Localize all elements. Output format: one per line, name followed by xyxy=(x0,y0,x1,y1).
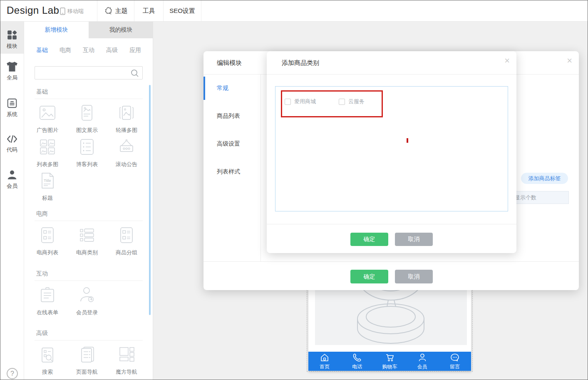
subtab-basic[interactable]: 基础 xyxy=(36,47,48,54)
ecom-list-icon xyxy=(38,227,57,243)
module-item-title[interactable]: Title 标题 xyxy=(29,172,66,202)
display-count-field[interactable]: 显示个数 xyxy=(511,191,569,204)
rail-item-label: 模块 xyxy=(0,42,24,50)
close-icon[interactable]: × xyxy=(504,56,510,65)
left-rail: 模块 全局 系统 代码 会员 xyxy=(0,22,24,380)
add-category-modal: 添加商品类别 × 爱用商城 云服务 确定 取消 xyxy=(267,51,516,253)
tab-my-modules[interactable]: 我的模块 xyxy=(89,22,153,38)
tab-general[interactable]: 常规 xyxy=(203,74,261,102)
rail-item-label: 全局 xyxy=(0,74,24,82)
nav-label: 电话 xyxy=(352,363,362,370)
confirm-button[interactable]: 确定 xyxy=(350,270,388,283)
module-item-label: 商品分组 xyxy=(116,249,137,256)
cancel-button[interactable]: 取消 xyxy=(395,270,433,283)
modal-header-divider xyxy=(267,74,516,75)
module-item-scroll-notice[interactable]: 滚动公告 xyxy=(108,139,145,168)
module-item-label: 魔方导航 xyxy=(116,368,137,376)
module-subtabs: 基础 电商 互动 高级 应用 xyxy=(36,47,141,54)
nav-label: 会员 xyxy=(417,363,427,370)
module-item-text-image[interactable]: 图文展示 xyxy=(68,104,106,134)
device-mode-label: 移动端 xyxy=(67,7,84,15)
section-title-interactive: 互动 xyxy=(36,270,48,278)
nav-member[interactable]: 会员 xyxy=(406,352,439,371)
search-module-icon xyxy=(38,346,57,363)
tab-list-style[interactable]: 列表样式 xyxy=(203,158,261,186)
panel-scrollbar[interactable] xyxy=(149,85,151,315)
modules-grid-icon xyxy=(7,30,17,40)
module-item-ecom-list[interactable]: 电商列表 xyxy=(29,227,66,256)
menu-seo[interactable]: SEO设置 xyxy=(164,0,201,21)
subtab-advanced[interactable]: 高级 xyxy=(106,47,118,54)
mobile-device-icon xyxy=(60,7,65,15)
multi-image-list-icon xyxy=(38,139,57,155)
annotation-tick xyxy=(407,138,408,143)
close-icon[interactable]: × xyxy=(567,56,572,65)
module-item-search[interactable]: 搜索 xyxy=(29,346,66,376)
cube-nav-icon xyxy=(117,346,136,363)
module-item-ecom-category[interactable]: 电商类别 xyxy=(68,227,106,256)
module-item-ad-image[interactable]: 广告图片 xyxy=(29,104,66,134)
ad-image-icon xyxy=(38,104,57,121)
home-icon xyxy=(320,353,330,363)
menu-theme-label: 主题 xyxy=(115,7,128,15)
rail-item-code[interactable]: 代码 xyxy=(0,134,24,163)
mobile-bottom-nav: 首页 电话 购物车 会员 留言 xyxy=(308,352,471,371)
rail-item-member[interactable]: 会员 xyxy=(0,169,24,199)
cancel-button[interactable]: 取消 xyxy=(395,233,433,246)
rail-item-modules[interactable]: 模块 xyxy=(0,22,24,54)
section-divider xyxy=(35,221,143,221)
section-title-ecom: 电商 xyxy=(36,210,48,218)
scroll-notice-icon xyxy=(117,139,136,155)
person-icon xyxy=(417,353,427,363)
rail-item-system[interactable]: 系统 xyxy=(0,98,24,127)
title-icon: Title xyxy=(38,172,57,189)
search-icon[interactable] xyxy=(130,69,139,78)
menu-theme[interactable]: 主题 xyxy=(97,0,134,21)
module-item-page-nav[interactable]: 页面导航 xyxy=(68,346,106,376)
subtab-apps[interactable]: 应用 xyxy=(129,47,141,54)
module-item-product-group[interactable]: 商品分组 xyxy=(108,227,145,256)
tab-new-modules[interactable]: 新增模块 xyxy=(24,22,89,38)
module-item-label: 在线表单 xyxy=(37,309,58,316)
menu-tools-label: 工具 xyxy=(143,7,155,15)
module-item-label: 电商列表 xyxy=(37,249,58,256)
module-item-label: 轮播多图 xyxy=(116,127,137,134)
annotation-rectangle xyxy=(281,90,383,117)
subtab-ecommerce[interactable]: 电商 xyxy=(60,47,71,54)
tab-product-list[interactable]: 商品列表 xyxy=(203,102,261,130)
topbar-divider xyxy=(201,0,201,21)
module-item-blog-list[interactable]: 博客列表 xyxy=(68,139,106,168)
subtab-interactive[interactable]: 互动 xyxy=(83,47,94,54)
module-item-online-form[interactable]: 在线表单 xyxy=(29,287,66,316)
menu-seo-label: SEO设置 xyxy=(169,7,195,15)
menu-tools[interactable]: 工具 xyxy=(134,0,163,21)
tab-advanced-settings[interactable]: 高级设置 xyxy=(203,130,261,158)
product-group-icon xyxy=(117,227,136,243)
rail-item-global[interactable]: 全局 xyxy=(0,61,24,90)
module-item-label: 滚动公告 xyxy=(116,161,137,168)
app-logo: Design Lab xyxy=(7,5,59,16)
device-mode-toggle[interactable]: 移动端 xyxy=(60,7,84,15)
nav-cart[interactable]: 购物车 xyxy=(373,352,406,371)
module-item-label: 搜索 xyxy=(42,368,53,376)
carousel-icon xyxy=(117,104,136,121)
system-doc-icon xyxy=(7,98,17,109)
module-item-cube-nav[interactable]: 魔方导航 xyxy=(108,346,145,376)
module-item-multi-image[interactable]: 列表多图 xyxy=(29,139,66,168)
section-divider xyxy=(35,281,143,281)
help-button[interactable]: ? xyxy=(7,368,18,379)
module-item-label: 会员登录 xyxy=(76,309,98,316)
add-product-tag-button[interactable]: 添加商品标签 xyxy=(521,173,568,184)
tshirt-icon xyxy=(6,61,18,72)
search-input[interactable] xyxy=(38,68,128,78)
rail-item-label: 会员 xyxy=(0,182,24,190)
module-panel: 新增模块 我的模块 基础 电商 互动 高级 应用 基础 广告图片 图文展示 轮播… xyxy=(24,22,153,380)
module-item-member-login[interactable]: 会员登录 xyxy=(68,287,106,316)
nav-message[interactable]: 留言 xyxy=(439,352,471,371)
nav-home[interactable]: 首页 xyxy=(308,352,341,371)
confirm-button[interactable]: 确定 xyxy=(350,233,388,246)
module-item-label: 图文展示 xyxy=(76,127,98,134)
module-item-carousel[interactable]: 轮播多图 xyxy=(108,104,145,134)
category-modal-title: 添加商品类别 xyxy=(282,59,319,67)
nav-phone[interactable]: 电话 xyxy=(341,352,373,371)
